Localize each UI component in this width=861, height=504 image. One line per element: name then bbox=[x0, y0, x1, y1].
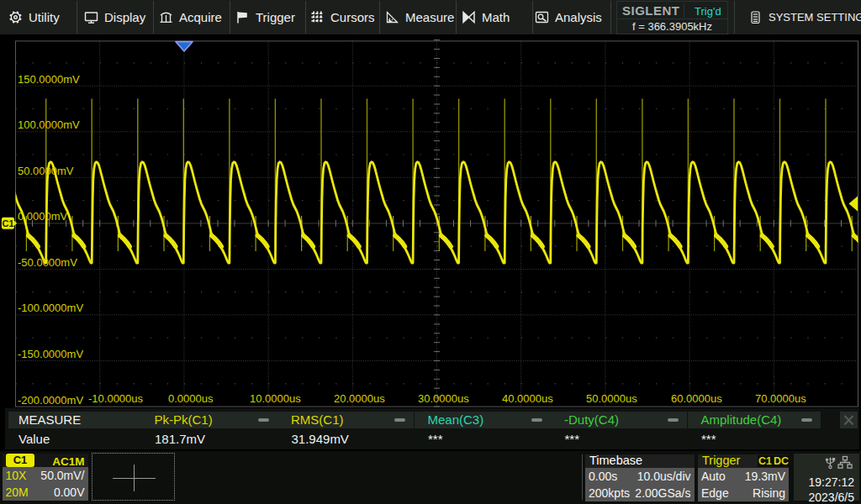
svg-text:0.0000mV: 0.0000mV bbox=[18, 210, 68, 223]
svg-text:-10.0000us: -10.0000us bbox=[88, 392, 144, 405]
svg-text:70.0000us: 70.0000us bbox=[755, 392, 806, 405]
svg-text:50.0000mV: 50.0000mV bbox=[18, 165, 74, 177]
svg-text:-50.0000mV: -50.0000mV bbox=[18, 256, 77, 269]
svg-text:10.0000us: 10.0000us bbox=[250, 392, 301, 405]
svg-text:40.0000us: 40.0000us bbox=[502, 392, 553, 405]
svg-text:50.0000us: 50.0000us bbox=[586, 392, 637, 405]
svg-text:-150.0000mV: -150.0000mV bbox=[18, 348, 83, 360]
svg-text:C1: C1 bbox=[3, 218, 14, 228]
svg-text:20.0000us: 20.0000us bbox=[334, 392, 385, 405]
svg-text:60.0000us: 60.0000us bbox=[671, 392, 722, 405]
svg-text:100.0000mV: 100.0000mV bbox=[18, 118, 80, 131]
svg-text:150.0000mV: 150.0000mV bbox=[18, 73, 80, 86]
svg-text:0.0000us: 0.0000us bbox=[168, 392, 214, 405]
svg-text:30.0000us: 30.0000us bbox=[418, 392, 469, 405]
svg-text:-100.0000mV: -100.0000mV bbox=[18, 302, 83, 314]
svg-text:-200.0000mV: -200.0000mV bbox=[18, 394, 83, 407]
